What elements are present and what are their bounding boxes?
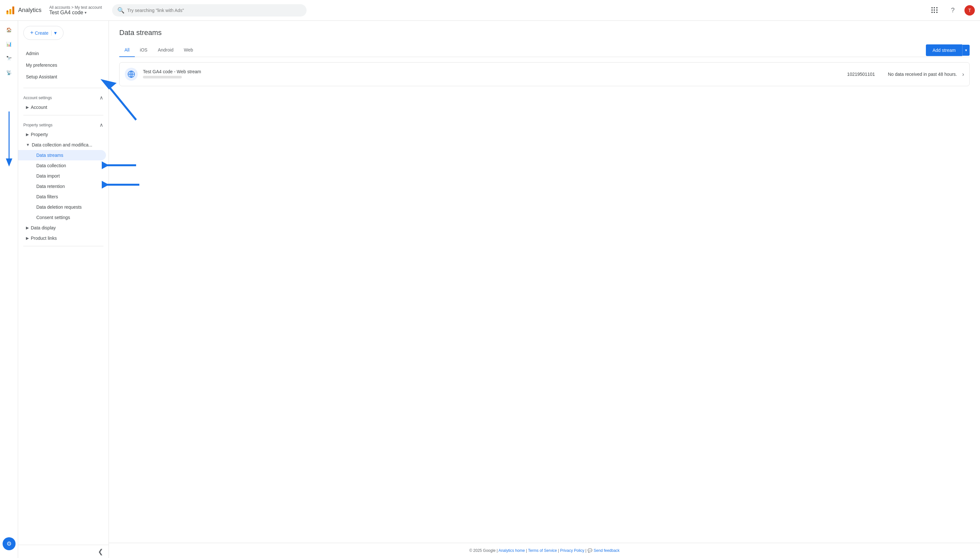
sidebar-item-admin[interactable]: Admin <box>18 48 108 59</box>
feedback-icon: 💬 <box>588 548 593 553</box>
sidebar-item-account[interactable]: ▶ Account <box>18 102 108 112</box>
search-input[interactable] <box>127 8 301 13</box>
breadcrumb: All accounts > My test account Test GA4 … <box>49 5 102 16</box>
data-deletion-label: Data deletion requests <box>36 205 82 210</box>
tab-all[interactable]: All <box>119 43 135 57</box>
breadcrumb-top: All accounts > My test account <box>49 5 102 10</box>
sidebar-item-data-collection[interactable]: ▼ Data collection and modifica... <box>18 140 108 150</box>
sidebar-child-consent[interactable]: Consent settings <box>18 212 108 223</box>
create-label: Create <box>35 30 49 36</box>
tab-all-label: All <box>125 47 130 53</box>
product-links-label: Product links <box>31 236 57 241</box>
copyright: © 2025 Google <box>469 548 496 553</box>
tab-web[interactable]: Web <box>179 43 198 57</box>
svg-rect-1 <box>10 9 11 14</box>
sidebar-child-data-filters[interactable]: Data filters <box>18 192 108 202</box>
property-selector[interactable]: Test GA4 code ▾ <box>49 10 102 16</box>
sidebar-item-property[interactable]: ▶ Property <box>18 129 108 140</box>
property-label: Property <box>31 132 48 137</box>
data-collection-sub-label: Data collection <box>36 163 66 168</box>
sidebar-divider-2 <box>23 115 103 115</box>
admin-label: Admin <box>26 51 39 56</box>
sidebar-child-data-deletion[interactable]: Data deletion requests <box>18 202 108 212</box>
collapse-sidebar-button[interactable]: ❮ <box>98 548 103 555</box>
tab-ios-label: iOS <box>140 47 148 53</box>
logo: Analytics <box>5 5 41 16</box>
sidebar-divider-1 <box>23 88 103 88</box>
analytics-logo-icon <box>5 5 16 16</box>
add-stream-button[interactable]: Add stream <box>926 44 962 56</box>
nav-settings-button[interactable]: ⚙ <box>3 537 16 550</box>
sidebar-item-data-display[interactable]: ▶ Data display <box>18 223 108 233</box>
content-area: Data streams All iOS Android Web Add str… <box>109 21 980 558</box>
privacy-link[interactable]: Privacy Policy <box>560 548 584 553</box>
globe-icon <box>127 70 135 78</box>
preferences-label: My preferences <box>26 62 57 68</box>
app-name: Analytics <box>18 7 41 14</box>
main-layout: 🏠 📊 🔭 📡 ⚙ + Create ▾ <box>0 21 980 558</box>
stream-id: 10219501101 <box>847 72 875 77</box>
nav-icon-bar: 🏠 📊 🔭 📡 ⚙ <box>0 21 18 558</box>
feedback-link[interactable]: Send feedback <box>594 548 620 553</box>
property-settings-title: Property settings <box>23 123 53 127</box>
property-settings-collapse[interactable]: ∧ <box>100 122 103 128</box>
search-box: 🔍 <box>112 4 307 16</box>
property-expand-arrow: ▶ <box>26 132 29 137</box>
tab-ios[interactable]: iOS <box>135 43 153 57</box>
add-stream-dropdown-button[interactable]: ▾ <box>962 45 970 56</box>
product-links-expand-arrow: ▶ <box>26 236 29 240</box>
tab-android-label: Android <box>158 47 173 53</box>
data-display-expand-arrow: ▶ <box>26 225 29 230</box>
setup-label: Setup Assistant <box>26 74 57 79</box>
search-container: 🔍 <box>112 4 307 16</box>
sidebar-child-data-collection[interactable]: Data collection <box>18 161 108 171</box>
nav-advertising-button[interactable]: 📡 <box>3 66 16 79</box>
data-display-label: Data display <box>31 225 56 230</box>
down-arrow-annotation <box>4 112 14 170</box>
stream-row[interactable]: Test GA4 code - Web stream 10219501101 N… <box>119 62 970 86</box>
sidebar-item-setup[interactable]: Setup Assistant <box>18 71 108 83</box>
sidebar-top: + Create ▾ <box>18 21 108 45</box>
data-collection-expand-arrow: ▼ <box>26 143 30 147</box>
help-button[interactable]: ? <box>946 4 959 17</box>
gear-icon: ⚙ <box>7 540 11 547</box>
user-avatar[interactable]: T <box>964 5 975 16</box>
stream-chevron-icon: › <box>962 71 964 78</box>
nav-reports-button[interactable]: 📊 <box>3 38 16 51</box>
apps-grid-button[interactable] <box>928 4 941 17</box>
add-stream-container: Add stream ▾ <box>926 44 970 56</box>
sidebar-divider-bottom <box>23 246 103 246</box>
tab-android[interactable]: Android <box>153 43 179 57</box>
terms-link[interactable]: Terms of Service <box>528 548 557 553</box>
main-content: Data streams All iOS Android Web Add str… <box>109 21 980 543</box>
sidebar: + Create ▾ Admin My preferences Setup As… <box>18 21 109 558</box>
account-settings-title: Account settings <box>23 95 52 100</box>
home-icon: 🏠 <box>6 27 11 33</box>
data-retention-label: Data retention <box>36 184 65 189</box>
add-stream-dropdown-arrow: ▾ <box>965 48 967 53</box>
sidebar-item-preferences[interactable]: My preferences <box>18 59 108 71</box>
tab-web-label: Web <box>184 47 193 53</box>
property-settings-header: Property settings ∧ <box>18 118 108 129</box>
sidebar-child-data-retention[interactable]: Data retention <box>18 181 108 192</box>
data-collection-children: Data streams Data collection Data import… <box>18 150 108 223</box>
consent-label: Consent settings <box>36 215 70 220</box>
svg-point-3 <box>7 10 8 12</box>
svg-marker-5 <box>6 158 12 167</box>
settings-icon[interactable]: ⚙ <box>3 537 16 550</box>
account-settings-collapse[interactable]: ∧ <box>100 95 103 101</box>
data-collection-label: Data collection and modifica... <box>32 142 92 148</box>
analytics-home-link[interactable]: Analytics home <box>498 548 525 553</box>
create-button[interactable]: + Create ▾ <box>23 26 64 40</box>
property-dropdown-arrow: ▾ <box>85 10 87 15</box>
nav-explore-button[interactable]: 🔭 <box>3 52 16 65</box>
data-import-label: Data import <box>36 173 60 179</box>
nav-home-button[interactable]: 🏠 <box>3 23 16 36</box>
search-icon: 🔍 <box>117 7 125 14</box>
sidebar-item-product-links[interactable]: ▶ Product links <box>18 233 108 243</box>
sidebar-child-data-streams[interactable]: Data streams <box>18 150 106 161</box>
sidebar-child-data-import[interactable]: Data import <box>18 171 108 181</box>
advertising-icon: 📡 <box>6 70 11 75</box>
create-dropdown-arrow: ▾ <box>54 30 57 36</box>
stream-name: Test GA4 code - Web stream <box>143 69 201 74</box>
